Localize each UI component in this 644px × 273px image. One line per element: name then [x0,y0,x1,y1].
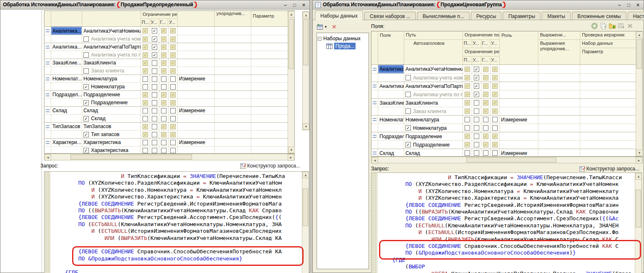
checkbox[interactable] [465,150,470,156]
checkbox[interactable]: ✓ [83,148,89,153]
field-name-cell[interactable] [378,141,404,149]
expression-cell[interactable] [538,65,580,73]
field-name-cell[interactable] [378,124,404,132]
checkbox[interactable]: ✓ [143,28,148,33]
table-row[interactable]: СкладСкладИзмерение [371,149,636,156]
checkbox[interactable] [474,150,479,156]
table-row[interactable]: ЗаказКлие...ЗаказКлиента✓✓✓ [44,59,288,67]
query-text[interactable]: И ТипКлассификации = ЗНАЧЕНИЕ(Перечислен… [50,172,302,273]
expression-cell[interactable] [215,59,251,67]
table-horizontal-scrollbar[interactable]: ◄ ► [371,157,643,163]
tab-Макеты[interactable]: Макеты [542,12,571,20]
field-name-cell[interactable]: Подраздел... [51,91,82,98]
minimize-button[interactable]: – [282,2,288,8]
parameter-cell[interactable] [251,59,288,67]
expression-cell[interactable] [215,147,251,153]
parameter-cell[interactable] [251,139,288,146]
field-name-cell[interactable]: Аналитика... [378,65,404,73]
expression-cell[interactable] [215,115,251,122]
checkbox[interactable] [152,84,157,90]
checkbox[interactable]: ✓ [170,124,176,129]
role-cell[interactable] [178,51,215,59]
table-subrow[interactable]: ✓Номенклатура [371,124,636,132]
field-path-cell[interactable]: Номенклатура [82,75,141,82]
field-title-cell[interactable]: ✓Склад [82,115,141,122]
checkbox[interactable]: ✓ [83,100,89,106]
checkbox[interactable]: ✓ [465,142,470,147]
add-folder-icon[interactable] [609,23,616,29]
field-title-cell[interactable]: Аналитика учета по па... [82,51,141,59]
add-auto-field-icon[interactable] [618,23,625,29]
checkbox[interactable]: ✓ [152,36,157,42]
role-cell[interactable] [178,59,215,67]
field-name-cell[interactable] [51,83,82,90]
query-text[interactable]: И ТипКлассификации = ЗНАЧЕНИЕ(Перечислен… [377,173,635,273]
field-path-cell[interactable]: АналитикаУчетаНоменкла... [82,27,141,35]
field-title-cell[interactable]: ✓Тип запасов [82,131,141,138]
role-cell[interactable] [500,124,538,132]
tab-Связи-наборов-[interactable]: Связи наборов ... [364,12,416,20]
role-cell[interactable] [178,91,215,98]
parameter-cell[interactable] [580,82,636,90]
checkbox[interactable] [83,68,89,74]
role-cell[interactable] [178,147,215,153]
checkbox[interactable] [152,124,157,129]
table-row[interactable]: ЗаказКлие...ЗаказКлиента✓✓✓ [371,98,636,107]
grip-icon[interactable] [46,77,49,80]
checkbox[interactable] [152,92,157,98]
grip-icon[interactable] [46,29,49,32]
scroll-thumb[interactable] [70,155,192,160]
checkbox[interactable]: ✓ [474,83,479,89]
parameter-cell[interactable] [580,74,636,82]
role-cell[interactable] [178,43,215,51]
checkbox[interactable]: ✓ [465,75,470,80]
field-path-cell[interactable]: Номенклатура [404,116,463,124]
checkbox[interactable]: ✓ [170,44,176,50]
titlebar[interactable]: Обработка ИсточникиДанныхПланирования: П… [313,0,644,10]
checkbox[interactable]: ✓ [152,44,157,50]
parameter-cell[interactable] [580,141,636,149]
field-name-cell[interactable] [378,74,404,82]
checkbox[interactable] [152,108,157,113]
field-name-cell[interactable]: Характери... [51,139,82,146]
checkbox[interactable] [483,150,488,156]
checkbox[interactable] [405,75,411,80]
checkbox[interactable]: ✓ [474,75,479,80]
field-name-cell[interactable]: Номенклат... [51,75,82,82]
field-name-cell[interactable]: Номенклат... [378,116,404,124]
table-subrow[interactable]: ✓Подразделение✓✓✓ [371,140,636,149]
role-cell[interactable] [500,74,538,82]
add-field-icon[interactable] [591,23,598,29]
tab-Вычисляемые-п-[interactable]: Вычисляемые п... [417,12,470,20]
checkbox[interactable]: ✓ [161,36,166,42]
scroll-up-icon[interactable]: ▲ [636,31,643,38]
parameter-cell[interactable] [580,107,636,115]
field-name-cell[interactable]: Склад [378,149,404,156]
parameter-cell[interactable] [580,99,636,107]
field-title-cell[interactable]: ✓Номенклатура [404,124,463,132]
scroll-up-icon[interactable]: ▲ [635,173,642,180]
expression-cell[interactable] [538,74,580,82]
field-title-cell[interactable]: Аналитика учета номе... [82,35,141,43]
checkbox[interactable]: ✓ [170,60,176,66]
grip-icon[interactable] [373,101,377,104]
checkbox[interactable] [170,76,176,82]
checkbox[interactable]: ✓ [483,75,488,80]
checkbox[interactable]: ✓ [474,92,479,97]
checkbox[interactable]: ✓ [483,142,488,147]
role-cell[interactable] [178,67,215,75]
table-subrow[interactable]: ✓Номенклатура [44,82,288,90]
field-title-cell[interactable]: Заказ клиента [404,107,463,115]
grip-icon[interactable] [373,68,377,71]
scroll-thumb[interactable] [466,157,556,162]
expression-cell[interactable] [215,123,251,130]
checkbox[interactable]: ✓ [465,134,470,139]
table-vertical-scrollbar[interactable]: ▲ ▼ [636,31,642,156]
expression-cell[interactable] [215,99,251,106]
close-button[interactable]: × [301,2,307,8]
table-subrow[interactable]: Аналитика учета по па...✓✓✓✓ [44,51,288,59]
checkbox[interactable] [474,142,479,147]
expression-cell[interactable] [215,91,251,98]
query-text-area[interactable]: И ТипКлассификации = ЗНАЧЕНИЕ(Перечислен… [44,171,309,273]
checkbox[interactable]: ✓ [143,92,148,98]
